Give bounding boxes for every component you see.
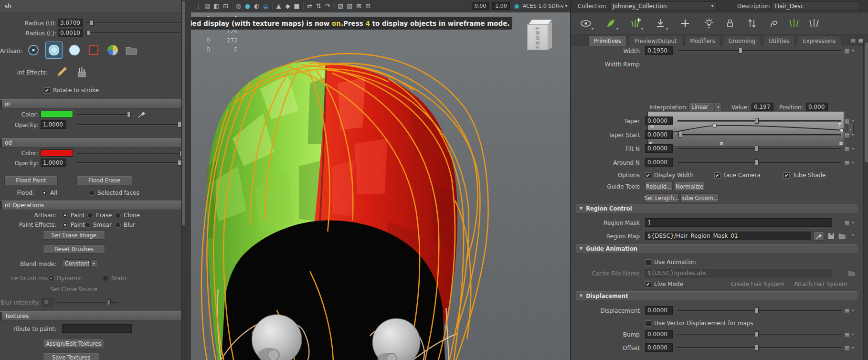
- texture-map-icon[interactable]: ▦: [845, 132, 849, 138]
- region-mask-field[interactable]: 1: [645, 218, 832, 227]
- wireframe-display-icon[interactable]: ◎: [234, 0, 243, 12]
- tab-utilities[interactable]: Utilities: [763, 36, 795, 46]
- flood-section-header[interactable]: od: [0, 138, 186, 148]
- blur-intensity-slider[interactable]: [57, 299, 118, 306]
- artisan-brush-gaussian-icon[interactable]: [45, 42, 63, 59]
- chevron-down-icon[interactable]: ▾: [565, 4, 567, 8]
- radius-u-field[interactable]: 3.0709: [58, 19, 83, 27]
- flood-opacity-slider[interactable]: [77, 159, 183, 166]
- viewport-panel[interactable]: ⋮▦◧⊡◎●◐◒▲◆■⇄⇅↷▧▨⊠⊞ 0.00 1.00 ◉ ACES 1.0 …: [191, 0, 570, 360]
- tab-modifiers[interactable]: Modifiers: [684, 36, 721, 46]
- left-panel-scrollbar[interactable]: [181, 0, 186, 360]
- add-primitives-icon[interactable]: ▾: [627, 16, 644, 31]
- ramp-position-field[interactable]: 0.000: [806, 103, 828, 111]
- tube-shade-checkbox[interactable]: ✔Tube Shade: [783, 171, 826, 179]
- opacity-slider[interactable]: [77, 121, 183, 128]
- field-chart-icon[interactable]: ⊞: [363, 0, 372, 12]
- map-menu-icon[interactable]: ▾: [852, 147, 854, 151]
- radius-u-slider[interactable]: [86, 20, 183, 26]
- map-menu-icon[interactable]: ▾: [852, 221, 854, 225]
- save-textures-button[interactable]: Save Textures: [43, 353, 99, 360]
- blur-intensity-field[interactable]: 8: [42, 298, 53, 307]
- texture-map-icon[interactable]: ▦: [845, 345, 849, 350]
- paint-3d-sphere-icon[interactable]: [104, 42, 121, 59]
- live-mode-checkbox[interactable]: ✔Live Mode: [645, 280, 683, 288]
- resolution-gate-icon[interactable]: ▨: [345, 0, 354, 12]
- folder-icon[interactable]: [124, 43, 138, 57]
- opacity-field[interactable]: 1.0000: [41, 120, 66, 129]
- interpolation-dropdown[interactable]: Linear: [688, 103, 714, 111]
- assign-edit-textures-button[interactable]: Assign/Edit Textures: [43, 339, 104, 348]
- texture-map-icon[interactable]: ▦: [845, 48, 849, 53]
- pencil-cup-icon[interactable]: [74, 64, 89, 80]
- save-map-icon[interactable]: [827, 232, 836, 240]
- around-n-slider[interactable]: [677, 159, 841, 166]
- pfx-smear-radio[interactable]: Smear: [85, 221, 112, 229]
- view-cube-side-face[interactable]: [548, 22, 552, 50]
- paint-effects-brush-icon[interactable]: [53, 64, 69, 80]
- texture-map-icon[interactable]: ▦: [845, 308, 849, 313]
- map-menu-icon[interactable]: ▾: [852, 309, 854, 313]
- texture-map-icon[interactable]: ▦: [845, 146, 849, 151]
- tube-groom-button[interactable]: Tube Groom...: [680, 193, 719, 202]
- exposure-field[interactable]: 0.00: [472, 2, 489, 10]
- description-icon[interactable]: ▾: [603, 16, 619, 31]
- attach-hair-system-button[interactable]: Attach Hair System: [794, 279, 848, 288]
- paint-color-slider[interactable]: [77, 111, 132, 118]
- film-gate-icon[interactable]: ▧: [336, 0, 345, 12]
- export-icon[interactable]: ▾: [652, 16, 668, 31]
- taper-slider[interactable]: [677, 117, 841, 124]
- flip-icon[interactable]: [744, 16, 760, 31]
- divider[interactable]: [303, 2, 304, 10]
- paint-color-swatch[interactable]: [41, 111, 73, 118]
- folder-icon[interactable]: [837, 232, 846, 240]
- map-menu-icon[interactable]: ▾: [852, 346, 854, 350]
- artisan-erase-radio[interactable]: Erase: [87, 212, 112, 219]
- flood-erase-button[interactable]: Flood Erase: [76, 176, 132, 185]
- flood-paint-button[interactable]: Flood Paint: [4, 176, 58, 185]
- viewport-canvas[interactable]: [191, 0, 570, 360]
- gate-mask-icon[interactable]: ⊠: [354, 0, 363, 12]
- display-width-checkbox[interactable]: ✔Display Width: [645, 171, 694, 179]
- blend-mode-dropdown[interactable]: Constant: [62, 259, 90, 268]
- rotate-to-stroke-checkbox[interactable]: ✔ Rotate to stroke: [44, 86, 99, 94]
- interpolation-dropdown-arrow[interactable]: ▾: [715, 103, 722, 111]
- occlusion-icon[interactable]: ■: [292, 0, 301, 12]
- add-icon[interactable]: [677, 16, 693, 31]
- displacement-field[interactable]: 0.0000: [645, 306, 673, 315]
- bend-icon[interactable]: [766, 16, 782, 31]
- view-cube-front-face[interactable]: FRONT: [527, 24, 548, 50]
- use-animation-checkbox[interactable]: Use Animation: [645, 258, 696, 266]
- flood-selected-faces-radio[interactable]: Selected faces: [89, 189, 139, 197]
- artisan-brush-solid-icon[interactable]: [66, 42, 83, 59]
- texture-map-icon[interactable]: ▦: [845, 160, 849, 165]
- tab-grooming[interactable]: Grooming: [723, 36, 761, 46]
- use-all-lights-icon[interactable]: ▲: [274, 0, 283, 12]
- flood-color-swatch[interactable]: [41, 149, 73, 157]
- tilt-n-slider[interactable]: [677, 145, 841, 152]
- tab-preview-output[interactable]: Preview/Output: [629, 36, 683, 46]
- paint-operations-section-header[interactable]: nt Operations: [0, 201, 186, 210]
- set-erase-image-button[interactable]: Set Erase Image: [43, 231, 105, 240]
- attribute-to-paint-field[interactable]: [62, 324, 132, 333]
- width-slider[interactable]: [677, 47, 841, 54]
- bump-field[interactable]: 0.0000: [645, 330, 673, 339]
- flat-shade-icon[interactable]: ◐: [252, 0, 261, 12]
- artisan-clone-radio[interactable]: Clone: [115, 212, 140, 219]
- lamp-icon[interactable]: [701, 16, 717, 31]
- blend-mode-dropdown-arrow[interactable]: ▾: [90, 259, 97, 268]
- tilt-n-field[interactable]: 0.0000: [645, 144, 673, 153]
- use-vector-displacement-checkbox[interactable]: Use Vector Displacement for maps: [645, 319, 753, 327]
- around-n-field[interactable]: 0.0000: [645, 158, 673, 167]
- textured-display-icon[interactable]: ◒: [261, 0, 270, 12]
- lock-length-icon[interactable]: [722, 16, 738, 31]
- flood-opacity-field[interactable]: 1.0000: [41, 159, 66, 167]
- artisan-paint-radio[interactable]: Paint: [62, 212, 85, 219]
- eyedropper-icon[interactable]: [136, 108, 148, 120]
- clone-static-radio[interactable]: Static: [103, 275, 127, 282]
- displacement-slider[interactable]: [677, 307, 841, 314]
- collection-dropdown[interactable]: Johnney_Collection ▾: [609, 1, 717, 11]
- left-panel-scrollbar-thumb[interactable]: [182, 1, 185, 225]
- map-menu-icon[interactable]: ▾: [852, 133, 854, 137]
- region-map-field[interactable]: ${DESC}/Hair_Region_Mask_01: [645, 232, 811, 240]
